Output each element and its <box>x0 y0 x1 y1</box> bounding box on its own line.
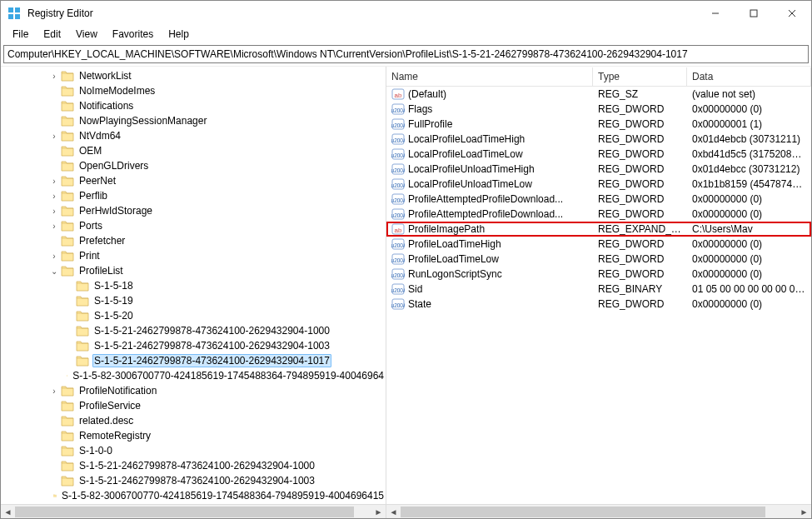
tree-item[interactable]: S-1-5-21-2462799878-473624100-2629432904… <box>1 473 386 488</box>
tree-item-label: Print <box>77 250 102 262</box>
chevron-right-icon[interactable]: › <box>49 387 59 396</box>
minimize-button[interactable] <box>696 1 735 26</box>
list-row[interactable]: StateREG_DWORD0x00000000 (0) <box>386 297 811 312</box>
tree-item[interactable]: S-1-5-21-2462799878-473624100-2629432904… <box>1 458 386 473</box>
chevron-right-icon[interactable]: › <box>49 192 59 201</box>
folder-icon <box>61 235 74 247</box>
value-name-cell: ProfileLoadTimeLow <box>386 252 593 266</box>
menu-file[interactable]: File <box>6 27 35 42</box>
window-title: Registry Editor <box>27 7 696 19</box>
tree-item[interactable]: S-1-5-21-2462799878-473624100-2629432904… <box>1 338 386 353</box>
list-row[interactable]: ProfileAttemptedProfileDownload...REG_DW… <box>386 192 811 207</box>
list-row[interactable]: (Default)REG_SZ(value not set) <box>386 87 811 102</box>
tree-item-label: NetworkList <box>77 70 133 82</box>
list-row[interactable]: RunLogonScriptSyncREG_DWORD0x00000000 (0… <box>386 267 811 282</box>
list-row[interactable]: ProfileLoadTimeLowREG_DWORD0x00000000 (0… <box>386 252 811 267</box>
tree-item[interactable]: S-1-5-20 <box>1 308 386 323</box>
col-name[interactable]: Name <box>386 67 593 86</box>
value-name: LocalProfileUnloadTimeHigh <box>408 163 535 175</box>
value-name: ProfileLoadTimeHigh <box>408 238 501 250</box>
close-button[interactable] <box>773 1 811 26</box>
value-data: 0xbd41d5c5 (3175208389) <box>687 148 811 160</box>
tree-item[interactable]: ›Ports <box>1 218 386 233</box>
tree-item[interactable]: ›NtVdm64 <box>1 128 386 143</box>
scroll-right-icon[interactable]: ► <box>371 505 386 519</box>
tree-item[interactable]: NowPlayingSessionManager <box>1 113 386 128</box>
list-row[interactable]: ProfileAttemptedProfileDownload...REG_DW… <box>386 207 811 222</box>
address-bar[interactable]: Computer\HKEY_LOCAL_MACHINE\SOFTWARE\Mic… <box>3 45 809 63</box>
tree-item[interactable]: S-1-0-0 <box>1 443 386 458</box>
tree-item-label: related.desc <box>77 415 135 427</box>
list-row[interactable]: ProfileImagePathREG_EXPAND_SZC:\Users\Ma… <box>386 222 811 237</box>
chevron-down-icon[interactable]: ⌄ <box>49 267 59 276</box>
tree-item[interactable]: S-1-5-18 <box>1 278 386 293</box>
list-row[interactable]: FlagsREG_DWORD0x00000000 (0) <box>386 102 811 117</box>
menu-help[interactable]: Help <box>162 27 196 42</box>
tree-body[interactable]: ›NetworkListNoImeModeImesNotificationsNo… <box>1 67 386 504</box>
tree-item[interactable]: S-1-5-82-3006700770-424185619-1745488364… <box>1 488 386 503</box>
tree-hscroll[interactable]: ◄ ► <box>1 504 386 518</box>
tree-item[interactable]: ⌄ProfileList <box>1 263 386 278</box>
scroll-thumb[interactable] <box>401 507 765 517</box>
tree-item[interactable]: OpenGLDrivers <box>1 158 386 173</box>
tree-item[interactable]: related.desc <box>1 413 386 428</box>
tree-item[interactable]: Notifications <box>1 98 386 113</box>
tree-item[interactable]: ›PerHwIdStorage <box>1 203 386 218</box>
value-name-cell: ProfileImagePath <box>386 222 593 236</box>
list-row[interactable]: FullProfileREG_DWORD0x00000001 (1) <box>386 117 811 132</box>
scroll-track[interactable] <box>15 505 371 519</box>
tree-item[interactable]: RemoteRegistry <box>1 428 386 443</box>
value-name-cell: LocalProfileLoadTimeHigh <box>386 132 593 146</box>
value-name: RunLogonScriptSync <box>408 268 502 280</box>
folder-icon <box>61 460 74 472</box>
tree-item-label: S-1-5-19 <box>92 295 135 307</box>
col-data[interactable]: Data <box>687 67 811 86</box>
list-body[interactable]: (Default)REG_SZ(value not set)FlagsREG_D… <box>386 87 811 504</box>
chevron-right-icon[interactable]: › <box>49 72 59 81</box>
reg-string-icon <box>391 222 405 236</box>
value-name: State <box>408 298 431 310</box>
tree-item-label: S-1-5-21-2462799878-473624100-2629432904… <box>92 354 331 367</box>
tree-item[interactable]: Prefetcher <box>1 233 386 248</box>
tree-item[interactable]: S-1-5-19 <box>1 293 386 308</box>
list-row[interactable]: SidREG_BINARY01 05 00 00 00 00 00 05 15 … <box>386 282 811 297</box>
folder-icon <box>76 340 89 352</box>
chevron-right-icon[interactable]: › <box>49 222 59 231</box>
menu-favorites[interactable]: Favorites <box>106 27 160 42</box>
list-row[interactable]: LocalProfileLoadTimeHighREG_DWORD0x01d4e… <box>386 132 811 147</box>
list-row[interactable]: LocalProfileLoadTimeLowREG_DWORD0xbd41d5… <box>386 147 811 162</box>
chevron-right-icon[interactable]: › <box>49 252 59 261</box>
scroll-left-icon[interactable]: ◄ <box>386 505 401 519</box>
tree-item[interactable]: S-1-5-21-2462799878-473624100-2629432904… <box>1 353 386 368</box>
chevron-right-icon[interactable]: › <box>49 132 59 141</box>
tree-item[interactable]: ›ProfileNotification <box>1 383 386 398</box>
tree-item[interactable]: S-1-5-82-3006700770-424185619-1745488364… <box>1 368 386 383</box>
tree-item[interactable]: ›Perflib <box>1 188 386 203</box>
scroll-left-icon[interactable]: ◄ <box>1 505 15 519</box>
menu-edit[interactable]: Edit <box>37 27 67 42</box>
values-hscroll[interactable]: ◄ ► <box>386 504 811 518</box>
list-row[interactable]: ProfileLoadTimeHighREG_DWORD0x00000000 (… <box>386 237 811 252</box>
tree-item[interactable]: ›NetworkList <box>1 68 386 83</box>
menu-view[interactable]: View <box>69 27 104 42</box>
tree-item[interactable]: ›Print <box>1 248 386 263</box>
list-row[interactable]: LocalProfileUnloadTimeHighREG_DWORD0x01d… <box>386 162 811 177</box>
value-name-cell: LocalProfileUnloadTimeHigh <box>386 162 593 176</box>
maximize-button[interactable] <box>735 1 773 26</box>
folder-icon <box>76 310 89 322</box>
list-row[interactable]: LocalProfileUnloadTimeLowREG_DWORD0x1b1b… <box>386 177 811 192</box>
tree-item-label: NoImeModeImes <box>77 85 157 97</box>
scroll-right-icon[interactable]: ► <box>797 505 811 519</box>
content: ›NetworkListNoImeModeImesNotificationsNo… <box>1 66 811 518</box>
tree-item[interactable]: OEM <box>1 143 386 158</box>
scroll-track[interactable] <box>401 505 797 519</box>
tree-item[interactable]: S-1-5-21-2462799878-473624100-2629432904… <box>1 323 386 338</box>
folder-icon <box>61 115 74 127</box>
chevron-right-icon[interactable]: › <box>49 177 59 186</box>
tree-item[interactable]: ›PeerNet <box>1 173 386 188</box>
col-type[interactable]: Type <box>593 67 687 86</box>
scroll-thumb[interactable] <box>15 507 354 517</box>
chevron-right-icon[interactable]: › <box>49 207 59 216</box>
tree-item[interactable]: NoImeModeImes <box>1 83 386 98</box>
tree-item[interactable]: ProfileService <box>1 398 386 413</box>
